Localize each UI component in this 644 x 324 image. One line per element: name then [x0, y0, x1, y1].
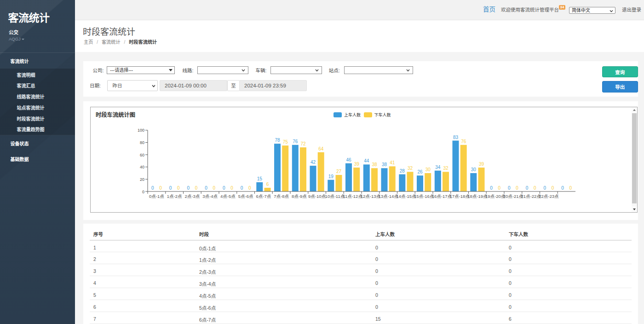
svg-text:64: 64 [318, 146, 324, 151]
svg-text:30: 30 [426, 168, 431, 173]
svg-text:75: 75 [283, 140, 288, 145]
svg-text:0: 0 [151, 185, 154, 191]
svg-text:0: 0 [205, 185, 207, 191]
svg-text:76: 76 [461, 139, 466, 144]
svg-text:0: 0 [544, 185, 546, 191]
svg-text:38: 38 [372, 162, 377, 168]
svg-text:72: 72 [300, 142, 306, 147]
svg-text:8点-9点: 8点-9点 [292, 194, 307, 199]
svg-text:1点-2点: 1点-2点 [167, 194, 182, 199]
svg-text:0: 0 [213, 185, 215, 191]
svg-text:40: 40 [140, 165, 144, 170]
svg-text:78: 78 [275, 138, 280, 143]
svg-text:4点-5点: 4点-5点 [220, 194, 236, 199]
svg-text:13点-14点: 13点-14点 [378, 194, 398, 199]
svg-text:21点-22点: 21点-22点 [521, 194, 541, 199]
svg-text:7点-8点: 7点-8点 [274, 194, 289, 199]
svg-text:0: 0 [142, 190, 144, 194]
svg-text:46: 46 [346, 157, 351, 162]
svg-text:100: 100 [138, 128, 144, 133]
svg-text:15点-16点: 15点-16点 [414, 194, 434, 199]
svg-text:22点-23点: 22点-23点 [539, 194, 559, 199]
svg-text:0: 0 [159, 185, 162, 191]
svg-text:19点-20点: 19点-20点 [485, 194, 506, 199]
svg-text:83: 83 [453, 135, 459, 140]
svg-text:0: 0 [490, 185, 493, 191]
svg-text:20点-21点: 20点-21点 [503, 194, 523, 199]
svg-text:0: 0 [569, 185, 572, 191]
svg-text:39: 39 [479, 162, 484, 167]
svg-text:19: 19 [328, 174, 334, 179]
svg-text:14点-15点: 14点-15点 [396, 194, 416, 199]
svg-text:44: 44 [364, 159, 369, 164]
svg-text:0点-1点: 0点-1点 [149, 194, 164, 199]
svg-text:17点-18点: 17点-18点 [449, 194, 470, 199]
svg-text:41: 41 [390, 161, 395, 166]
svg-text:18点-19点: 18点-19点 [467, 194, 488, 199]
svg-text:38: 38 [382, 162, 387, 168]
svg-text:28: 28 [400, 168, 405, 174]
svg-text:0: 0 [187, 185, 190, 191]
svg-text:0: 0 [195, 185, 198, 191]
svg-text:42: 42 [310, 160, 316, 165]
svg-text:76: 76 [293, 139, 298, 144]
svg-text:0: 0 [223, 185, 225, 191]
svg-text:6: 6 [266, 182, 269, 187]
svg-text:11点-12点: 11点-12点 [343, 194, 362, 199]
svg-text:0: 0 [177, 185, 180, 191]
svg-text:12点-13点: 12点-13点 [361, 194, 381, 199]
svg-text:26: 26 [417, 170, 423, 175]
svg-text:0: 0 [526, 185, 529, 191]
svg-text:0: 0 [561, 185, 564, 191]
svg-text:2点-3点: 2点-3点 [185, 194, 200, 199]
svg-text:0: 0 [508, 185, 511, 191]
svg-text:15: 15 [257, 176, 263, 181]
svg-text:0: 0 [552, 185, 554, 191]
svg-text:30: 30 [471, 168, 477, 173]
svg-text:0: 0 [516, 185, 518, 191]
svg-text:27: 27 [336, 169, 342, 174]
svg-text:16点-17点: 16点-17点 [432, 194, 452, 199]
svg-text:60: 60 [140, 153, 144, 157]
svg-text:0: 0 [534, 185, 536, 191]
svg-text:5点-6点: 5点-6点 [238, 194, 253, 199]
svg-text:6点-7点: 6点-7点 [256, 194, 271, 199]
svg-text:0: 0 [230, 185, 233, 191]
svg-text:9点-10点: 9点-10点 [308, 194, 326, 199]
svg-text:39: 39 [354, 162, 360, 167]
svg-text:10点-11点: 10点-11点 [325, 194, 345, 199]
svg-text:0: 0 [241, 185, 243, 191]
svg-text:0: 0 [169, 185, 172, 191]
svg-text:3点-4点: 3点-4点 [202, 194, 218, 199]
svg-text:0: 0 [498, 185, 500, 191]
svg-text:0: 0 [248, 185, 251, 191]
svg-text:80: 80 [140, 140, 144, 145]
svg-text:32: 32 [408, 166, 413, 171]
svg-text:34: 34 [435, 165, 441, 170]
svg-text:32: 32 [443, 166, 448, 171]
svg-text:20: 20 [140, 177, 144, 182]
